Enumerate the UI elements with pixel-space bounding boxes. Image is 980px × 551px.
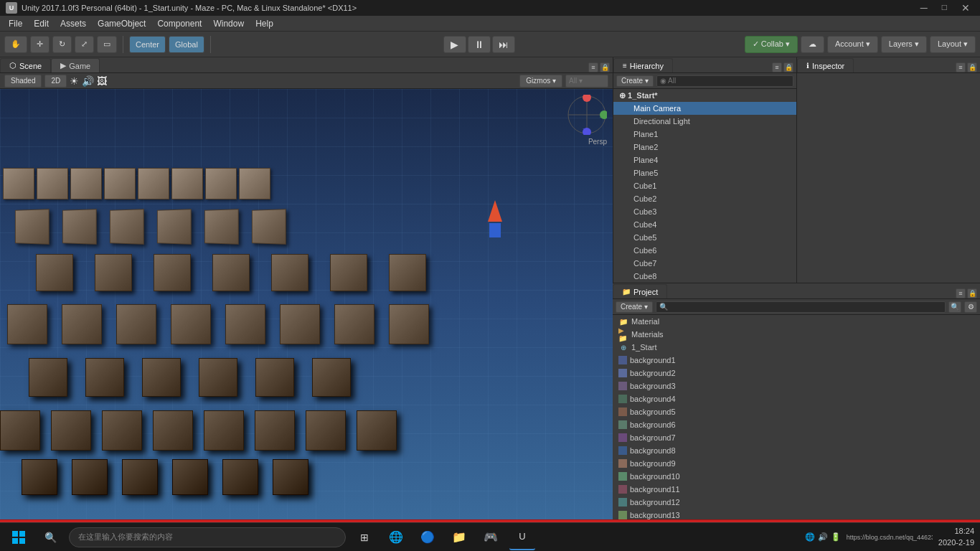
- rect-tool-button[interactable]: ▭: [97, 36, 117, 53]
- scene-viewport[interactable]: Y X Z Persp: [0, 89, 613, 519]
- search-icon-btn[interactable]: 🔍: [37, 524, 63, 550]
- hand-tool-button[interactable]: ✋: [4, 36, 27, 53]
- project-item-bg13[interactable]: background13: [613, 509, 980, 519]
- hierarchy-panel-lock-btn[interactable]: 🔒: [783, 62, 793, 72]
- battery-icon[interactable]: 🔋: [831, 532, 841, 542]
- shaded-button[interactable]: Shaded: [4, 75, 42, 88]
- menu-window[interactable]: Window: [207, 17, 250, 30]
- project-search-input[interactable]: [656, 301, 946, 313]
- account-button[interactable]: Account ▾: [827, 36, 878, 53]
- unity-active-window[interactable]: U: [509, 524, 535, 550]
- menu-edit[interactable]: Edit: [28, 17, 55, 30]
- hierarchy-item-cube5[interactable]: Cube5: [613, 231, 796, 244]
- sound-icon[interactable]: 🔊: [818, 532, 828, 542]
- task-view-button[interactable]: ⊞: [352, 524, 377, 550]
- project-item-bg4[interactable]: background4: [613, 392, 980, 405]
- hierarchy-item-directional-light[interactable]: Directional Light: [613, 115, 796, 128]
- scene-panel-menu-btn[interactable]: ≡: [588, 62, 598, 72]
- taskbar-search-box[interactable]: 在这里输入你要搜索的内容: [69, 527, 346, 547]
- hierarchy-item-plane5[interactable]: Plane5: [613, 166, 796, 179]
- cloud-button[interactable]: ☁: [801, 36, 824, 53]
- project-item-materials[interactable]: ▶ 📁 Materials: [613, 328, 980, 341]
- audio-toggle[interactable]: 🔊: [82, 75, 94, 87]
- lighting-toggle[interactable]: ☀: [70, 75, 79, 87]
- project-item-bg8[interactable]: background8: [613, 444, 980, 457]
- maximize-button[interactable]: □: [938, 2, 951, 14]
- game-tab[interactable]: ▶ Game: [51, 58, 100, 72]
- project-item-material[interactable]: 📁 Material: [613, 315, 980, 328]
- collab-button[interactable]: ✓ Collab ▾: [745, 36, 798, 53]
- hierarchy-item-plane4[interactable]: Plane4: [613, 154, 796, 166]
- inspector-tab[interactable]: ℹ Inspector: [797, 58, 854, 72]
- project-item-bg2[interactable]: background2: [613, 367, 980, 380]
- project-create-button[interactable]: Create ▾: [616, 301, 653, 313]
- explorer-button[interactable]: 📁: [446, 524, 472, 550]
- hierarchy-item-cube4[interactable]: Cube4: [613, 218, 796, 231]
- minimize-button[interactable]: ─: [916, 2, 932, 14]
- hierarchy-item-cube3[interactable]: Cube3: [613, 205, 796, 218]
- project-search-btn[interactable]: 🔍: [948, 301, 961, 313]
- hierarchy-item-cube1[interactable]: Cube1: [613, 179, 796, 192]
- network-icon[interactable]: 🌐: [805, 532, 815, 542]
- hierarchy-scene-root[interactable]: ⊕ 1_Start*: [613, 89, 796, 102]
- gizmos-button[interactable]: Gizmos ▾: [519, 75, 562, 88]
- hierarchy-item-cube2[interactable]: Cube2: [613, 192, 796, 205]
- hierarchy-item-plane1[interactable]: Plane1: [613, 128, 796, 141]
- project-item-bg3[interactable]: background3: [613, 380, 980, 392]
- layout-button[interactable]: Layout ▾: [930, 36, 976, 53]
- menu-component[interactable]: Component: [151, 17, 207, 30]
- 2d-button[interactable]: 2D: [44, 75, 67, 88]
- scene-tab[interactable]: ⬡ Scene: [0, 58, 51, 72]
- step-button[interactable]: ⏭: [492, 36, 515, 53]
- hierarchy-panel-menu-btn[interactable]: ≡: [772, 62, 782, 72]
- hierarchy-tab[interactable]: ≡ Hierarchy: [613, 58, 673, 72]
- menu-help[interactable]: Help: [250, 17, 279, 30]
- unity-taskbar-button[interactable]: 🎮: [478, 524, 504, 550]
- hierarchy-search-input[interactable]: [656, 75, 793, 87]
- project-tab[interactable]: 📁 Project: [613, 284, 667, 298]
- project-panel-lock-btn[interactable]: 🔒: [967, 288, 977, 298]
- inspector-panel-lock-btn[interactable]: 🔒: [967, 62, 977, 72]
- project-item-bg9[interactable]: background9: [613, 457, 980, 470]
- project-filter-btn[interactable]: ⚙: [964, 301, 977, 313]
- scene-search-input[interactable]: [565, 75, 608, 88]
- project-item-bg1[interactable]: background1: [613, 354, 980, 367]
- project-list[interactable]: 📁 Material ▶ 📁 Materials ⊕ 1_Start: [613, 315, 980, 519]
- menu-file[interactable]: File: [3, 17, 28, 30]
- cube: [153, 410, 193, 451]
- scene-panel-lock-btn[interactable]: 🔒: [600, 62, 610, 72]
- close-button[interactable]: ✕: [957, 2, 974, 14]
- center-pivot-button[interactable]: Center: [129, 36, 166, 53]
- hierarchy-item-plane2[interactable]: Plane2: [613, 141, 796, 154]
- project-item-bg10[interactable]: background10: [613, 470, 980, 483]
- hierarchy-create-button[interactable]: Create ▾: [616, 75, 654, 87]
- hierarchy-item-cube8[interactable]: Cube8: [613, 270, 796, 283]
- system-clock[interactable]: 18:24 2020-2-19: [938, 526, 974, 548]
- global-local-button[interactable]: Global: [169, 36, 204, 53]
- project-item-bg6[interactable]: background6: [613, 418, 980, 431]
- hierarchy-scroll[interactable]: ⊕ 1_Start* Main Camera Directional Light…: [613, 89, 796, 283]
- menu-gameobject[interactable]: GameObject: [92, 17, 151, 30]
- effects-toggle[interactable]: 🖼: [97, 75, 107, 87]
- project-item-1start[interactable]: ⊕ 1_Start: [613, 341, 980, 354]
- edge-button[interactable]: 🌐: [383, 524, 409, 550]
- project-item-bg12[interactable]: background12: [613, 496, 980, 509]
- project-item-label: background12: [630, 498, 680, 507]
- start-button[interactable]: [6, 524, 32, 550]
- move-tool-button[interactable]: ✛: [30, 36, 50, 53]
- pause-button[interactable]: ⏸: [468, 36, 491, 53]
- hierarchy-item-main-camera[interactable]: Main Camera: [613, 102, 796, 115]
- scale-tool-button[interactable]: ⤢: [75, 36, 94, 53]
- project-item-bg11[interactable]: background11: [613, 483, 980, 496]
- play-button[interactable]: ▶: [443, 36, 466, 53]
- project-item-bg5[interactable]: background5: [613, 405, 980, 418]
- menu-assets[interactable]: Assets: [55, 17, 92, 30]
- hierarchy-item-cube6[interactable]: Cube6: [613, 244, 796, 257]
- rotate-tool-button[interactable]: ↻: [52, 36, 72, 53]
- inspector-panel-menu-btn[interactable]: ≡: [956, 62, 966, 72]
- chrome-button[interactable]: 🔵: [415, 524, 440, 550]
- hierarchy-item-cube7[interactable]: Cube7: [613, 257, 796, 270]
- project-panel-menu-btn[interactable]: ≡: [956, 288, 966, 298]
- project-item-bg7[interactable]: background7: [613, 431, 980, 444]
- layers-button[interactable]: Layers ▾: [881, 36, 927, 53]
